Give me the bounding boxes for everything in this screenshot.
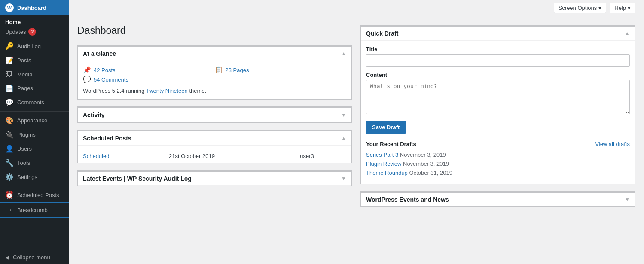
help-button[interactable]: Help ▾ (610, 3, 635, 13)
latest-events-toggle-icon: ▼ (341, 176, 346, 182)
pages-count-link[interactable]: 23 Pages (226, 67, 249, 73)
main: Screen Options ▾ Help ▾ Dashboard At a G… (69, 0, 644, 264)
sidebar-item-pages[interactable]: 📄 Pages (0, 81, 69, 95)
at-a-glance-header[interactable]: At a Glance ▲ (78, 47, 351, 61)
glance-grid: 📌 42 Posts 📋 23 Pages 💬 54 Comments (83, 66, 346, 83)
posts-icon: 📝 (5, 56, 14, 64)
sidebar-item-label: Tools (17, 160, 30, 166)
wp-logo: W (5, 3, 14, 12)
sidebar-item-label: Audit Log (17, 43, 41, 49)
title-input[interactable] (366, 54, 630, 67)
quick-draft-toggle-icon: ▲ (625, 30, 630, 36)
screen-options-button[interactable]: Screen Options ▾ (554, 3, 607, 13)
sidebar-item-comments[interactable]: 💬 Comments (0, 95, 69, 109)
recent-drafts-section: Your Recent Drafts View all drafts Serie… (366, 141, 630, 176)
sidebar-item-appearance[interactable]: 🎨 Appearance (0, 113, 69, 127)
sidebar-item-label: Comments (17, 99, 44, 106)
comments-glance-icon: 💬 (83, 76, 91, 83)
quick-draft-header[interactable]: Quick Draft ▲ (361, 27, 635, 41)
draft-link-0[interactable]: Series Part 3 (366, 152, 398, 158)
sidebar-item-label: Settings (17, 174, 37, 180)
quick-draft-panel: Quick Draft ▲ Title Content Save Draft (360, 25, 635, 184)
sidebar-separator (0, 111, 69, 112)
activity-header[interactable]: Activity ▼ (78, 108, 351, 122)
sidebar-item-tools[interactable]: 🔧 Tools (0, 156, 69, 170)
draft-item-1: Plugin Review November 3, 2019 (366, 161, 630, 167)
comments-count-link[interactable]: 54 Comments (94, 76, 128, 83)
comments-icon: 💬 (5, 98, 14, 106)
glance-comments: 💬 54 Comments (83, 76, 215, 83)
settings-icon: ⚙️ (5, 173, 14, 181)
recent-drafts-header: Your Recent Drafts View all drafts (366, 141, 630, 147)
sidebar-item-scheduled-posts[interactable]: ⏰ Scheduled Posts (0, 188, 69, 202)
draft-link-1[interactable]: Plugin Review (366, 161, 401, 167)
sidebar-item-breadcrumb[interactable]: → Breadcrumb (0, 202, 69, 218)
sidebar-item-plugins[interactable]: 🔌 Plugins (0, 127, 69, 142)
posts-count-link[interactable]: 42 Posts (94, 67, 116, 73)
pages-icon: 📄 (5, 84, 14, 92)
help-dropdown-icon: ▾ (628, 5, 631, 11)
posts-glance-icon: 📌 (83, 66, 91, 74)
at-a-glance-title: At a Glance (83, 50, 116, 57)
appearance-icon: 🎨 (5, 116, 14, 124)
title-group: Title (366, 46, 630, 67)
sidebar-item-label: Posts (17, 57, 31, 64)
sidebar-item-media[interactable]: 🖼 Media (0, 67, 69, 81)
sidebar-item-settings[interactable]: ⚙️ Settings (0, 170, 69, 184)
scheduled-posts-header[interactable]: Scheduled Posts ▲ (78, 131, 351, 146)
pages-glance-icon: 📋 (215, 66, 223, 74)
activity-title: Activity (83, 112, 105, 118)
topbar: Screen Options ▾ Help ▾ (69, 0, 644, 16)
content-label: Content (366, 72, 630, 78)
view-all-drafts-link[interactable]: View all drafts (595, 141, 630, 147)
breadcrumb-icon: → (5, 206, 14, 214)
scheduled-posts-icon: ⏰ (5, 191, 14, 199)
quick-draft-body: Title Content Save Draft Your Recent Dra… (361, 41, 635, 184)
activity-panel: Activity ▼ (77, 106, 352, 123)
sidebar-updates-label: Updates (5, 29, 26, 35)
screen-options-label: Screen Options (559, 5, 597, 11)
draft-date-0: November 3, 2019 (400, 152, 446, 158)
glance-pages: 📋 23 Pages (215, 66, 347, 74)
draft-item-2: Theme Roundup October 31, 2019 (366, 170, 630, 176)
theme-link[interactable]: Twenty Nineteen (146, 88, 188, 94)
draft-link-2[interactable]: Theme Roundup (366, 170, 408, 176)
sidebar-item-label: Plugins (17, 131, 36, 138)
sidebar-header[interactable]: W Dashboard (0, 0, 69, 15)
quick-draft-title: Quick Draft (366, 30, 398, 37)
page-title: Dashboard (77, 25, 352, 36)
content-textarea[interactable] (366, 80, 630, 114)
sidebar-updates[interactable]: Updates 2 (0, 27, 69, 39)
recent-drafts-title: Your Recent Drafts (366, 141, 416, 147)
sidebar-item-audit-log[interactable]: 🔑 Audit Log (0, 39, 69, 53)
sidebar-item-label: Media (17, 71, 32, 78)
draft-date-2: October 31, 2019 (409, 170, 452, 176)
table-row: Scheduled 21st October 2019 user3 (78, 149, 351, 163)
users-icon: 👤 (5, 145, 14, 153)
sidebar-item-posts[interactable]: 📝 Posts (0, 53, 69, 67)
sidebar-item-users[interactable]: 👤 Users (0, 142, 69, 156)
right-column: Quick Draft ▲ Title Content Save Draft (360, 25, 635, 255)
collapse-menu[interactable]: ◀ Collapse menu (0, 251, 69, 264)
wp-events-panel: WordPress Events and News ▼ (360, 191, 635, 207)
scheduled-post-date: 21st October 2019 (164, 149, 295, 163)
tools-icon: 🔧 (5, 159, 14, 167)
wp-events-toggle-icon: ▼ (625, 197, 630, 203)
help-label: Help (614, 5, 626, 11)
latest-events-title: Latest Events | WP Security Audit Log (83, 175, 192, 182)
wp-events-header[interactable]: WordPress Events and News ▼ (361, 193, 635, 206)
sidebar-header-label: Dashboard (17, 5, 46, 11)
wp-events-title: WordPress Events and News (366, 196, 449, 203)
latest-events-header[interactable]: Latest Events | WP Security Audit Log ▼ (78, 172, 351, 186)
plugins-icon: 🔌 (5, 130, 14, 139)
sidebar: W Dashboard Home Updates 2 🔑 Audit Log 📝… (0, 0, 69, 264)
scheduled-post-link[interactable]: Scheduled (83, 153, 109, 159)
save-draft-button[interactable]: Save Draft (366, 121, 406, 134)
draft-item-0: Series Part 3 November 3, 2019 (366, 152, 630, 158)
draft-date-1: November 3, 2019 (403, 161, 449, 167)
at-a-glance-panel: At a Glance ▲ 📌 42 Posts 📋 23 Pages (77, 45, 352, 100)
glance-posts: 📌 42 Posts (83, 66, 215, 74)
at-a-glance-body: 📌 42 Posts 📋 23 Pages 💬 54 Comments (78, 61, 351, 99)
content-group: Content (366, 72, 630, 115)
sidebar-item-label: Scheduled Posts (17, 192, 59, 198)
